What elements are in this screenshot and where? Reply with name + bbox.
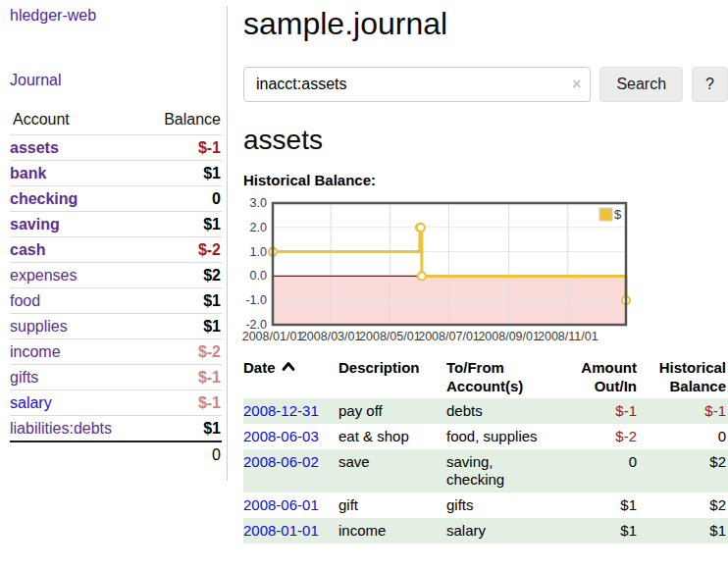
page-title: sample.journal bbox=[243, 6, 728, 42]
account-link-income[interactable]: income bbox=[10, 343, 61, 360]
x-tick-label: 2008/05/01 bbox=[359, 330, 421, 343]
accounts-table: Account Balance assets$-1bank$1checking0… bbox=[10, 108, 222, 467]
accounts-total-row: 0 bbox=[10, 441, 222, 467]
transaction-balance: $-1 bbox=[645, 398, 728, 424]
transaction-description: eat & shop bbox=[338, 424, 446, 449]
transaction-balance: $2 bbox=[645, 449, 728, 493]
x-tick-label: 2008/07/01 bbox=[418, 330, 480, 343]
x-tick-label: 2008/11/01 bbox=[538, 330, 598, 343]
chevron-up-icon bbox=[282, 361, 295, 372]
account-link-checking[interactable]: checking bbox=[10, 190, 78, 207]
historical-balance-chart: $3.02.01.00.0-1.0-2.02008/01/012008/03/0… bbox=[239, 197, 728, 346]
accounts-total-spacer bbox=[10, 441, 142, 467]
account-row: salary$-1 bbox=[10, 390, 222, 416]
transaction-accounts: food, supplies bbox=[446, 424, 572, 449]
search-button[interactable]: Search bbox=[599, 67, 683, 102]
clear-search-icon[interactable]: × bbox=[572, 77, 581, 92]
account-row: cash$-2 bbox=[10, 237, 222, 263]
search-input[interactable] bbox=[243, 67, 591, 102]
account-balance: $-1 bbox=[142, 135, 222, 161]
sidebar-item-journal[interactable]: Journal bbox=[10, 71, 221, 90]
transaction-row: 2008-06-03eat & shopfood, supplies$-20 bbox=[243, 424, 728, 449]
legend-label: $ bbox=[614, 207, 622, 222]
account-row: supplies$1 bbox=[10, 314, 222, 339]
account-row: income$-2 bbox=[10, 339, 222, 365]
account-row: assets$-1 bbox=[10, 135, 222, 161]
sidebar: hledger-web Journal Account Balance asse… bbox=[0, 0, 228, 481]
register-header-date-label: Date bbox=[243, 359, 276, 376]
data-point-marker bbox=[417, 224, 425, 232]
account-balance: $1 bbox=[142, 288, 222, 314]
account-balance: $1 bbox=[142, 161, 222, 186]
x-tick-label: 2008/03/01 bbox=[300, 330, 362, 343]
transaction-date-link[interactable]: 2008-01-01 bbox=[243, 522, 319, 539]
transaction-amount: $-1 bbox=[572, 398, 645, 424]
transaction-description: save bbox=[338, 449, 446, 493]
register-header-accounts: To/FromAccount(s) bbox=[446, 355, 572, 398]
transaction-amount: $1 bbox=[572, 493, 645, 518]
account-row: liabilities:debts$1 bbox=[10, 416, 222, 442]
accounts-header-balance: Balance bbox=[142, 108, 222, 135]
account-row: checking0 bbox=[10, 186, 222, 212]
register-header-description: Description bbox=[338, 355, 446, 398]
register-header-balance: HistoricalBalance bbox=[645, 355, 728, 398]
accounts-header-account: Account bbox=[10, 108, 142, 135]
transaction-description: income bbox=[338, 518, 446, 544]
account-link-cash[interactable]: cash bbox=[10, 241, 45, 258]
app-title-link[interactable]: hledger-web bbox=[10, 6, 221, 26]
transaction-row: 2008-06-02savesaving, checking0$2 bbox=[243, 449, 728, 493]
x-tick-label: 2008/01/01 bbox=[242, 330, 304, 343]
x-tick-label: 2008/09/01 bbox=[478, 330, 540, 343]
account-balance: $-1 bbox=[142, 365, 222, 390]
transaction-accounts: salary bbox=[446, 518, 572, 544]
transaction-date-link[interactable]: 2008-06-02 bbox=[243, 453, 319, 470]
account-row: gifts$-1 bbox=[10, 365, 222, 390]
y-tick-label: 2.0 bbox=[250, 221, 267, 234]
data-point-marker bbox=[418, 272, 426, 280]
account-link-saving[interactable]: saving bbox=[10, 216, 60, 233]
account-link-salary[interactable]: salary bbox=[10, 394, 52, 411]
register-header-date[interactable]: Date bbox=[243, 355, 338, 398]
account-balance: $1 bbox=[142, 212, 222, 237]
transaction-balance: 0 bbox=[645, 424, 728, 449]
chart-svg: $3.02.01.00.0-1.0-2.02008/01/012008/03/0… bbox=[239, 197, 632, 346]
account-link-expenses[interactable]: expenses bbox=[10, 267, 78, 284]
transaction-row: 2008-12-31pay offdebts$-1$-1 bbox=[243, 398, 728, 424]
chart-title: Historical Balance: bbox=[243, 172, 728, 188]
transaction-amount: $1 bbox=[572, 518, 645, 544]
transaction-accounts: gifts bbox=[446, 493, 572, 518]
account-balance: $1 bbox=[142, 416, 222, 442]
transaction-amount: $-2 bbox=[572, 424, 645, 449]
transaction-row: 2008-06-01giftgifts$1$2 bbox=[243, 493, 728, 518]
account-balance: $-2 bbox=[142, 237, 222, 263]
search-form: × Search ? bbox=[243, 67, 728, 102]
transaction-accounts: saving, checking bbox=[446, 449, 572, 493]
y-tick-label: 1.0 bbox=[250, 245, 267, 259]
transaction-date-link[interactable]: 2008-06-03 bbox=[243, 428, 319, 444]
account-link-liabilities-debts[interactable]: liabilities:debts bbox=[10, 420, 112, 437]
account-link-bank[interactable]: bank bbox=[10, 165, 46, 182]
transaction-accounts: debts bbox=[446, 398, 572, 424]
transaction-balance: $1 bbox=[645, 518, 728, 544]
account-link-assets[interactable]: assets bbox=[10, 139, 59, 156]
account-row: bank$1 bbox=[10, 161, 222, 186]
y-tick-label: -1.0 bbox=[245, 293, 267, 307]
help-button[interactable]: ? bbox=[692, 67, 728, 102]
legend-swatch bbox=[599, 208, 612, 221]
account-balance: $1 bbox=[142, 314, 222, 339]
transaction-description: gift bbox=[338, 493, 446, 518]
account-link-food[interactable]: food bbox=[10, 292, 40, 309]
account-link-supplies[interactable]: supplies bbox=[10, 318, 68, 335]
accounts-total-value: 0 bbox=[142, 441, 222, 467]
transaction-date-link[interactable]: 2008-12-31 bbox=[243, 402, 319, 419]
account-balance: $-1 bbox=[142, 390, 222, 416]
y-tick-label: 3.0 bbox=[250, 197, 267, 210]
register-table: Date Description To/FromAccount(s) Amoun… bbox=[243, 355, 728, 544]
register-header-amount: AmountOut/In bbox=[572, 355, 645, 398]
transaction-balance: $2 bbox=[645, 493, 728, 518]
y-tick-label: 0.0 bbox=[250, 269, 267, 283]
account-balance: $2 bbox=[142, 263, 222, 288]
transaction-date-link[interactable]: 2008-06-01 bbox=[243, 496, 319, 513]
transaction-description: pay off bbox=[338, 398, 446, 424]
account-link-gifts[interactable]: gifts bbox=[10, 369, 38, 386]
